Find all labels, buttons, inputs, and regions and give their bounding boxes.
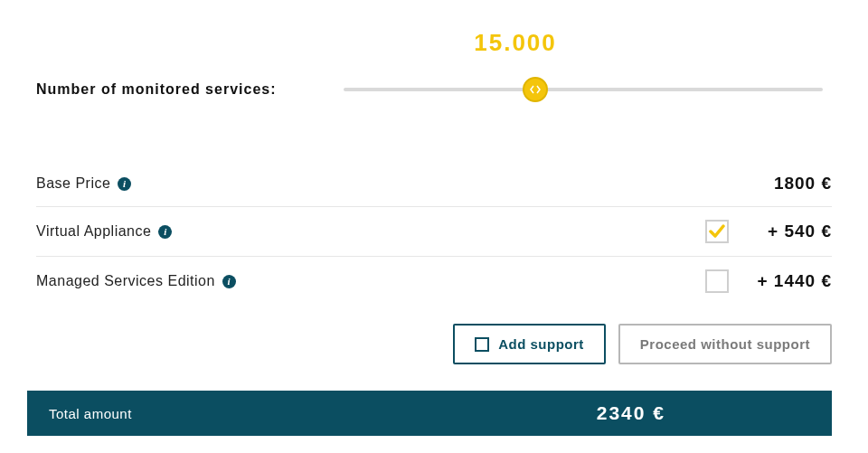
slider-grip-icon — [530, 84, 541, 95]
check-icon — [708, 222, 726, 241]
total-label: Total amount — [49, 406, 132, 421]
slider-label: Number of monitored services: — [36, 81, 307, 98]
info-icon[interactable]: i — [158, 225, 172, 239]
managed-services-price: + 1440 € — [741, 271, 832, 291]
row-managed-services: Managed Services Edition i + 1440 € — [36, 257, 832, 306]
base-price-value: 1800 € — [774, 174, 832, 193]
slider-thumb[interactable] — [523, 77, 548, 102]
base-price-label: Base Price — [36, 175, 110, 192]
virtual-appliance-label: Virtual Appliance — [36, 223, 151, 240]
proceed-label: Proceed without support — [640, 336, 810, 352]
managed-services-label: Managed Services Edition — [36, 273, 215, 289]
proceed-without-support-button[interactable]: Proceed without support — [618, 324, 832, 364]
slider-track[interactable] — [344, 88, 823, 91]
add-support-label: Add support — [498, 336, 584, 352]
row-base-price: Base Price i 1800 € — [36, 161, 832, 207]
virtual-appliance-checkbox[interactable] — [705, 220, 729, 243]
managed-services-checkbox[interactable] — [705, 269, 729, 293]
row-virtual-appliance: Virtual Appliance i + 540 € — [36, 207, 832, 257]
info-icon[interactable]: i — [118, 177, 131, 191]
add-support-button[interactable]: Add support — [453, 324, 606, 364]
total-bar: Total amount 2340 € — [27, 391, 832, 436]
square-icon — [475, 337, 489, 352]
slider-value: 15.000 — [474, 29, 557, 57]
total-value: 2340 € — [597, 402, 665, 424]
virtual-appliance-price: + 540 € — [741, 222, 832, 241]
info-icon[interactable]: i — [222, 275, 236, 288]
